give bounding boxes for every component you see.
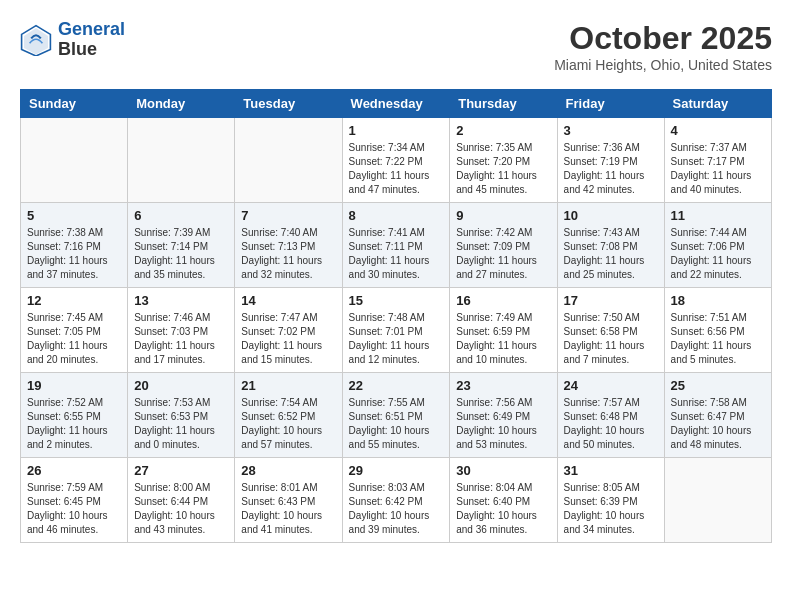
calendar-cell: 18Sunrise: 7:51 AM Sunset: 6:56 PM Dayli… [664,288,771,373]
calendar-cell: 1Sunrise: 7:34 AM Sunset: 7:22 PM Daylig… [342,118,450,203]
calendar-cell: 11Sunrise: 7:44 AM Sunset: 7:06 PM Dayli… [664,203,771,288]
weekday-header-monday: Monday [128,90,235,118]
day-number: 14 [241,293,335,308]
day-info: Sunrise: 7:35 AM Sunset: 7:20 PM Dayligh… [456,141,550,197]
weekday-header-wednesday: Wednesday [342,90,450,118]
day-info: Sunrise: 7:56 AM Sunset: 6:49 PM Dayligh… [456,396,550,452]
day-number: 26 [27,463,121,478]
day-info: Sunrise: 7:53 AM Sunset: 6:53 PM Dayligh… [134,396,228,452]
day-number: 10 [564,208,658,223]
day-info: Sunrise: 7:48 AM Sunset: 7:01 PM Dayligh… [349,311,444,367]
calendar-cell: 31Sunrise: 8:05 AM Sunset: 6:39 PM Dayli… [557,458,664,543]
weekday-header-friday: Friday [557,90,664,118]
day-number: 27 [134,463,228,478]
day-number: 1 [349,123,444,138]
location: Miami Heights, Ohio, United States [554,57,772,73]
calendar-cell: 24Sunrise: 7:57 AM Sunset: 6:48 PM Dayli… [557,373,664,458]
day-info: Sunrise: 7:37 AM Sunset: 7:17 PM Dayligh… [671,141,765,197]
day-number: 2 [456,123,550,138]
calendar-cell: 6Sunrise: 7:39 AM Sunset: 7:14 PM Daylig… [128,203,235,288]
day-info: Sunrise: 8:01 AM Sunset: 6:43 PM Dayligh… [241,481,335,537]
day-info: Sunrise: 7:44 AM Sunset: 7:06 PM Dayligh… [671,226,765,282]
day-number: 7 [241,208,335,223]
day-info: Sunrise: 7:55 AM Sunset: 6:51 PM Dayligh… [349,396,444,452]
day-number: 5 [27,208,121,223]
day-number: 9 [456,208,550,223]
day-info: Sunrise: 8:00 AM Sunset: 6:44 PM Dayligh… [134,481,228,537]
day-info: Sunrise: 7:41 AM Sunset: 7:11 PM Dayligh… [349,226,444,282]
calendar-cell [235,118,342,203]
day-info: Sunrise: 7:38 AM Sunset: 7:16 PM Dayligh… [27,226,121,282]
calendar-cell: 20Sunrise: 7:53 AM Sunset: 6:53 PM Dayli… [128,373,235,458]
day-number: 6 [134,208,228,223]
day-number: 25 [671,378,765,393]
day-info: Sunrise: 7:51 AM Sunset: 6:56 PM Dayligh… [671,311,765,367]
calendar-week-row: 12Sunrise: 7:45 AM Sunset: 7:05 PM Dayli… [21,288,772,373]
day-info: Sunrise: 7:57 AM Sunset: 6:48 PM Dayligh… [564,396,658,452]
calendar-cell: 19Sunrise: 7:52 AM Sunset: 6:55 PM Dayli… [21,373,128,458]
calendar-cell: 25Sunrise: 7:58 AM Sunset: 6:47 PM Dayli… [664,373,771,458]
logo-line2: Blue [58,40,125,60]
calendar-cell: 16Sunrise: 7:49 AM Sunset: 6:59 PM Dayli… [450,288,557,373]
calendar-cell: 26Sunrise: 7:59 AM Sunset: 6:45 PM Dayli… [21,458,128,543]
calendar-cell: 14Sunrise: 7:47 AM Sunset: 7:02 PM Dayli… [235,288,342,373]
calendar-table: SundayMondayTuesdayWednesdayThursdayFrid… [20,89,772,543]
day-info: Sunrise: 7:59 AM Sunset: 6:45 PM Dayligh… [27,481,121,537]
calendar-week-row: 5Sunrise: 7:38 AM Sunset: 7:16 PM Daylig… [21,203,772,288]
logo-icon [20,24,52,56]
day-number: 16 [456,293,550,308]
day-info: Sunrise: 7:46 AM Sunset: 7:03 PM Dayligh… [134,311,228,367]
calendar-cell: 5Sunrise: 7:38 AM Sunset: 7:16 PM Daylig… [21,203,128,288]
day-info: Sunrise: 7:39 AM Sunset: 7:14 PM Dayligh… [134,226,228,282]
day-info: Sunrise: 7:42 AM Sunset: 7:09 PM Dayligh… [456,226,550,282]
day-info: Sunrise: 7:49 AM Sunset: 6:59 PM Dayligh… [456,311,550,367]
day-info: Sunrise: 7:36 AM Sunset: 7:19 PM Dayligh… [564,141,658,197]
calendar-cell: 22Sunrise: 7:55 AM Sunset: 6:51 PM Dayli… [342,373,450,458]
day-info: Sunrise: 8:05 AM Sunset: 6:39 PM Dayligh… [564,481,658,537]
calendar-cell: 8Sunrise: 7:41 AM Sunset: 7:11 PM Daylig… [342,203,450,288]
calendar-cell: 12Sunrise: 7:45 AM Sunset: 7:05 PM Dayli… [21,288,128,373]
logo: General Blue [20,20,125,60]
calendar-cell: 13Sunrise: 7:46 AM Sunset: 7:03 PM Dayli… [128,288,235,373]
calendar-week-row: 19Sunrise: 7:52 AM Sunset: 6:55 PM Dayli… [21,373,772,458]
day-number: 21 [241,378,335,393]
day-info: Sunrise: 7:43 AM Sunset: 7:08 PM Dayligh… [564,226,658,282]
day-number: 20 [134,378,228,393]
day-number: 19 [27,378,121,393]
day-number: 13 [134,293,228,308]
day-number: 29 [349,463,444,478]
calendar-cell: 7Sunrise: 7:40 AM Sunset: 7:13 PM Daylig… [235,203,342,288]
calendar-cell: 4Sunrise: 7:37 AM Sunset: 7:17 PM Daylig… [664,118,771,203]
calendar-cell: 27Sunrise: 8:00 AM Sunset: 6:44 PM Dayli… [128,458,235,543]
day-number: 30 [456,463,550,478]
day-info: Sunrise: 7:58 AM Sunset: 6:47 PM Dayligh… [671,396,765,452]
day-info: Sunrise: 7:47 AM Sunset: 7:02 PM Dayligh… [241,311,335,367]
calendar-cell: 10Sunrise: 7:43 AM Sunset: 7:08 PM Dayli… [557,203,664,288]
calendar-cell: 30Sunrise: 8:04 AM Sunset: 6:40 PM Dayli… [450,458,557,543]
day-info: Sunrise: 7:54 AM Sunset: 6:52 PM Dayligh… [241,396,335,452]
calendar-cell [128,118,235,203]
day-number: 18 [671,293,765,308]
weekday-header-saturday: Saturday [664,90,771,118]
day-info: Sunrise: 7:50 AM Sunset: 6:58 PM Dayligh… [564,311,658,367]
weekday-header-thursday: Thursday [450,90,557,118]
calendar-cell: 15Sunrise: 7:48 AM Sunset: 7:01 PM Dayli… [342,288,450,373]
calendar-week-row: 26Sunrise: 7:59 AM Sunset: 6:45 PM Dayli… [21,458,772,543]
day-number: 15 [349,293,444,308]
day-number: 8 [349,208,444,223]
day-number: 22 [349,378,444,393]
day-number: 11 [671,208,765,223]
calendar-cell: 29Sunrise: 8:03 AM Sunset: 6:42 PM Dayli… [342,458,450,543]
calendar-cell: 3Sunrise: 7:36 AM Sunset: 7:19 PM Daylig… [557,118,664,203]
day-number: 24 [564,378,658,393]
day-info: Sunrise: 7:40 AM Sunset: 7:13 PM Dayligh… [241,226,335,282]
day-number: 12 [27,293,121,308]
calendar-cell: 9Sunrise: 7:42 AM Sunset: 7:09 PM Daylig… [450,203,557,288]
title-block: October 2025 Miami Heights, Ohio, United… [554,20,772,73]
calendar-cell: 23Sunrise: 7:56 AM Sunset: 6:49 PM Dayli… [450,373,557,458]
calendar-cell [21,118,128,203]
page-header: General Blue October 2025 Miami Heights,… [20,20,772,73]
day-number: 23 [456,378,550,393]
calendar-cell: 17Sunrise: 7:50 AM Sunset: 6:58 PM Dayli… [557,288,664,373]
calendar-cell: 28Sunrise: 8:01 AM Sunset: 6:43 PM Dayli… [235,458,342,543]
